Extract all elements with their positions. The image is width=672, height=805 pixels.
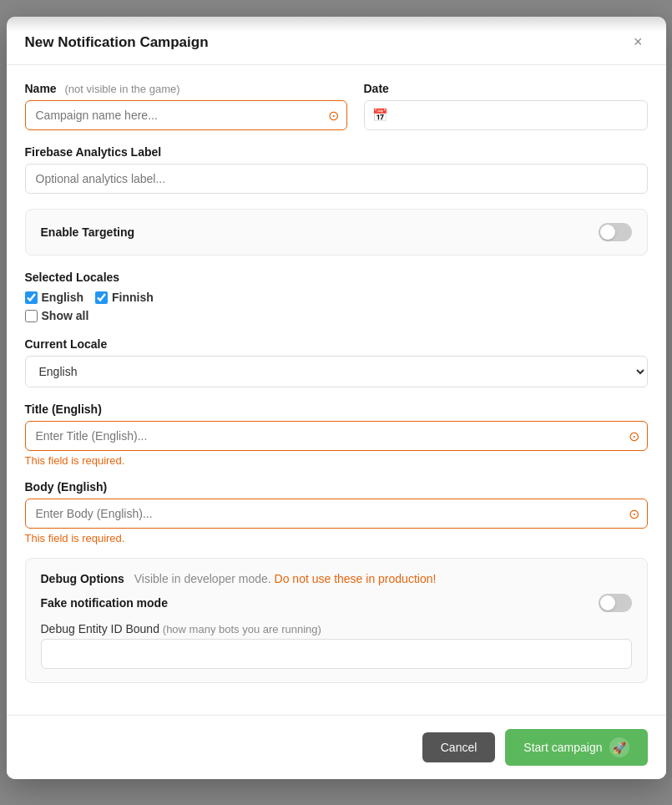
locale-english[interactable]: English: [25, 291, 84, 304]
cancel-button[interactable]: Cancel: [422, 732, 496, 762]
firebase-label: Firebase Analytics Label: [25, 145, 648, 159]
debug-entity-input[interactable]: 100: [41, 639, 632, 669]
title-field-label: Title (English): [25, 402, 648, 416]
body-input[interactable]: [25, 499, 648, 529]
selected-locales-title: Selected Locales: [25, 271, 648, 284]
name-error-icon: ⊙: [328, 108, 339, 124]
debug-entity-label: Debug Entity ID Bound (how many bots you…: [41, 622, 632, 635]
fake-notif-label: Fake notification mode: [41, 596, 168, 610]
show-all-item[interactable]: Show all: [25, 309, 648, 322]
locale-finnish[interactable]: Finnish: [95, 291, 154, 304]
name-sublabel: (not visible in the game): [65, 83, 180, 95]
firebase-input[interactable]: [25, 164, 648, 194]
current-locale-label: Current Locale: [25, 337, 648, 351]
debug-subtitle: Visible in developer mode.: [134, 572, 271, 585]
body-error-icon: ⊙: [629, 506, 639, 522]
show-all-label: Show all: [42, 309, 89, 322]
close-button[interactable]: ×: [629, 32, 648, 53]
date-label: Date: [364, 82, 648, 95]
name-label: Name (not visible in the game): [25, 82, 347, 95]
locale-finnish-label: Finnish: [112, 291, 154, 304]
title-error-icon: ⊙: [629, 428, 639, 444]
current-locale-select[interactable]: English Finnish: [25, 356, 648, 387]
date-input[interactable]: 08/18/2023, 12:39: [364, 100, 648, 130]
locale-checkboxes: English Finnish: [25, 291, 648, 304]
enable-targeting-label: Enable Targeting: [41, 225, 135, 239]
locale-english-label: English: [42, 291, 84, 304]
show-all-checkbox[interactable]: [25, 310, 38, 322]
start-campaign-button[interactable]: Start campaign 🚀: [505, 729, 647, 766]
campaign-name-input[interactable]: [25, 100, 347, 130]
enable-targeting-toggle[interactable]: [599, 223, 632, 241]
debug-entity-sublabel: (how many bots you are running): [163, 623, 321, 635]
debug-header: Debug Options Visible in developer mode.…: [41, 572, 632, 585]
start-campaign-icon: 🚀: [609, 737, 629, 757]
modal-title: New Notification Campaign: [25, 34, 209, 51]
title-error-msg: This field is required.: [25, 454, 648, 467]
locale-english-checkbox[interactable]: [25, 291, 38, 304]
calendar-icon: 📅: [372, 108, 388, 123]
debug-warning: Do not use these in production!: [275, 572, 437, 585]
body-error-msg: This field is required.: [25, 532, 648, 544]
locale-finnish-checkbox[interactable]: [95, 291, 108, 304]
body-field-label: Body (English): [25, 480, 648, 494]
fake-notif-toggle[interactable]: [599, 594, 632, 612]
title-input[interactable]: [25, 421, 648, 451]
start-campaign-label: Start campaign: [523, 741, 602, 754]
